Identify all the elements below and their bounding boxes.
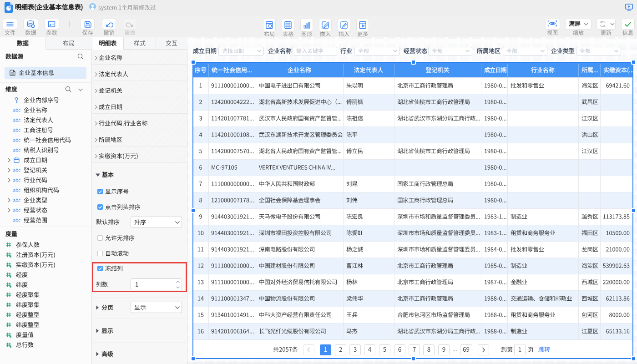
svg-text:x=: x= <box>49 22 54 27</box>
